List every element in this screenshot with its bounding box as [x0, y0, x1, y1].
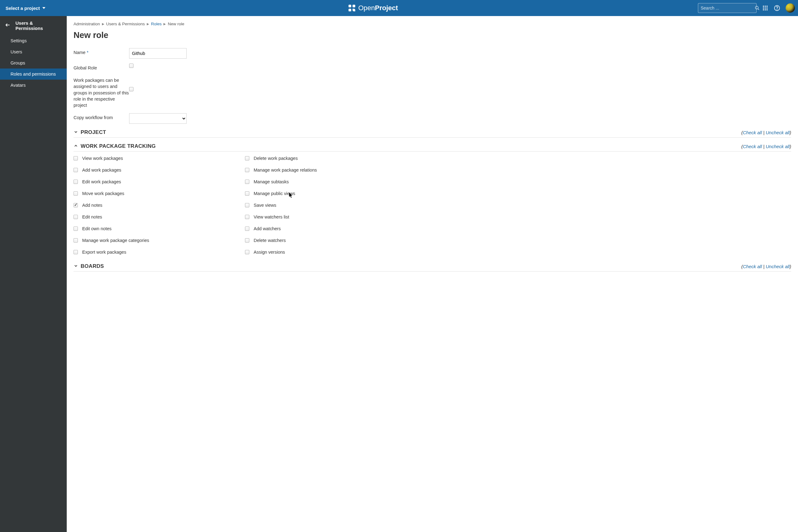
- permission-checkbox[interactable]: [74, 227, 78, 231]
- permission-item: Manage work package relations: [245, 168, 407, 172]
- check-all-wpt[interactable]: Check all: [743, 144, 762, 149]
- permission-checkbox[interactable]: [74, 168, 78, 172]
- svg-point-15: [777, 10, 777, 10]
- permission-label: Edit work packages: [82, 179, 121, 184]
- chevron-right-icon: ▶: [147, 22, 149, 25]
- check-links-project: (Check all | Uncheck all): [742, 130, 791, 135]
- name-input[interactable]: [129, 48, 187, 59]
- avatar[interactable]: [786, 3, 795, 13]
- chevron-up-icon: [74, 144, 78, 149]
- permission-checkbox[interactable]: [245, 203, 249, 207]
- svg-rect-12: [765, 9, 765, 10]
- page-title: New role: [74, 31, 791, 40]
- help-icon[interactable]: [774, 5, 780, 11]
- chevron-down-icon: [74, 264, 78, 269]
- permission-item: Delete work packages: [245, 156, 407, 161]
- permission-item: Add notes: [74, 203, 236, 208]
- permission-checkbox[interactable]: [74, 215, 78, 219]
- permission-label: Export work packages: [82, 250, 126, 254]
- svg-rect-13: [766, 9, 767, 10]
- permission-label: Delete work packages: [254, 156, 298, 161]
- check-all-project[interactable]: Check all: [743, 130, 762, 135]
- chevron-right-icon: ▶: [163, 22, 166, 25]
- search-icon[interactable]: [755, 5, 760, 11]
- global-role-checkbox[interactable]: [129, 63, 133, 68]
- copy-workflow-select[interactable]: [129, 113, 187, 124]
- svg-rect-5: [763, 6, 764, 7]
- svg-rect-11: [763, 9, 764, 10]
- permission-item: Manage public views: [245, 191, 407, 196]
- sidebar-item-avatars[interactable]: Avatars: [0, 80, 67, 91]
- section-toggle-project[interactable]: PROJECT: [74, 129, 106, 135]
- sidebar-item-users[interactable]: Users: [0, 46, 67, 57]
- uncheck-all-boards[interactable]: Uncheck all: [765, 264, 790, 269]
- permission-label: Delete watchers: [254, 238, 286, 243]
- permission-label: Add notes: [82, 203, 102, 208]
- svg-rect-1: [352, 5, 355, 7]
- assignable-label: Work packages can be assigned to users a…: [74, 75, 129, 108]
- section-title-boards: BOARDS: [80, 263, 104, 269]
- permission-item: Move work packages: [74, 191, 236, 196]
- permission-item: View watchers list: [245, 214, 407, 220]
- permission-label: Manage subtasks: [254, 179, 289, 184]
- search-box[interactable]: [698, 3, 757, 13]
- sidebar-item-roles-and-permissions[interactable]: Roles and permissions: [0, 69, 67, 80]
- breadcrumb-admin[interactable]: Administration: [74, 22, 100, 26]
- permission-item: Save views: [245, 203, 407, 208]
- svg-rect-10: [766, 7, 767, 8]
- permission-item: Add watchers: [245, 226, 407, 231]
- check-all-boards[interactable]: Check all: [743, 264, 762, 269]
- uncheck-all-project[interactable]: Uncheck all: [765, 130, 790, 135]
- svg-rect-2: [348, 8, 351, 12]
- check-links-wpt: (Check all | Uncheck all): [742, 144, 791, 149]
- permission-item: Add work packages: [74, 168, 236, 172]
- chevron-down-icon: [42, 7, 46, 9]
- permission-label: Add work packages: [82, 168, 122, 172]
- permission-label: Move work packages: [82, 191, 124, 196]
- back-arrow-icon[interactable]: [5, 22, 11, 29]
- uncheck-all-wpt[interactable]: Uncheck all: [765, 144, 790, 149]
- permission-checkbox[interactable]: [245, 179, 249, 184]
- svg-rect-8: [763, 7, 764, 8]
- section-title-wpt: WORK PACKAGE TRACKING: [80, 143, 156, 149]
- permission-checkbox[interactable]: [245, 156, 249, 160]
- search-input[interactable]: [701, 5, 755, 11]
- breadcrumb-users-perms[interactable]: Users & Permissions: [106, 22, 145, 26]
- section-toggle-boards[interactable]: BOARDS: [74, 263, 104, 269]
- content: Administration ▶ Users & Permissions ▶ R…: [67, 16, 798, 532]
- svg-rect-0: [348, 5, 351, 7]
- permission-label: Add watchers: [254, 226, 281, 231]
- section-toggle-wpt[interactable]: WORK PACKAGE TRACKING: [74, 143, 156, 149]
- sidebar-item-groups[interactable]: Groups: [0, 57, 67, 69]
- sidebar: Users & Permissions SettingsUsersGroupsR…: [0, 16, 67, 532]
- permission-label: Save views: [254, 203, 276, 208]
- permission-checkbox[interactable]: [245, 227, 249, 231]
- permission-checkbox[interactable]: [245, 191, 249, 196]
- permission-checkbox[interactable]: [245, 250, 249, 254]
- breadcrumb-roles[interactable]: Roles: [151, 22, 162, 26]
- permission-checkbox[interactable]: [245, 168, 249, 172]
- modules-grid-icon[interactable]: [762, 5, 768, 11]
- permission-checkbox[interactable]: [245, 215, 249, 219]
- svg-rect-7: [766, 6, 767, 7]
- project-selector[interactable]: Select a project: [3, 5, 48, 11]
- check-links-boards: (Check all | Uncheck all): [742, 264, 791, 269]
- permission-checkbox[interactable]: [74, 156, 78, 160]
- permission-item: Edit own notes: [74, 226, 236, 231]
- permission-label: View watchers list: [254, 214, 289, 220]
- permission-checkbox[interactable]: [74, 191, 78, 196]
- permission-checkbox[interactable]: [74, 179, 78, 184]
- openproject-logo-icon: [348, 4, 356, 12]
- permission-checkbox[interactable]: [245, 238, 249, 243]
- permission-checkbox[interactable]: [74, 238, 78, 243]
- assignable-checkbox[interactable]: [129, 87, 133, 91]
- permission-checkbox[interactable]: [74, 250, 78, 254]
- sidebar-item-settings[interactable]: Settings: [0, 35, 67, 46]
- permission-checkbox[interactable]: [74, 203, 78, 207]
- openproject-logo[interactable]: OpenProject: [348, 4, 398, 12]
- permission-label: Edit notes: [82, 214, 102, 220]
- permission-label: Edit own notes: [82, 226, 111, 231]
- cursor-icon: [289, 193, 293, 199]
- permission-item: Export work packages: [74, 250, 236, 254]
- permission-label: Manage work package relations: [254, 168, 317, 172]
